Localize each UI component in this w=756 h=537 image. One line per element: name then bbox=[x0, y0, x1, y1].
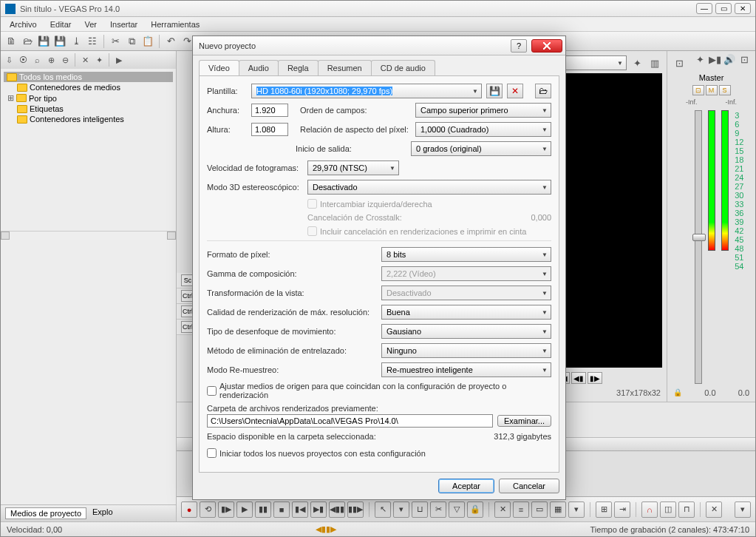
scroll-left[interactable] bbox=[1, 232, 10, 240]
match-media-icon[interactable]: 🗁 bbox=[535, 84, 551, 98]
copy-icon[interactable]: ⧉ bbox=[124, 34, 139, 49]
loop-button[interactable]: ⟲ bbox=[200, 501, 216, 518]
browse-button[interactable]: Examinar... bbox=[497, 415, 551, 427]
tool-quantize[interactable]: ◫ bbox=[660, 501, 676, 518]
record-button[interactable]: ● bbox=[181, 501, 197, 518]
remove-icon[interactable]: ⊖ bbox=[58, 53, 72, 67]
undo-icon[interactable]: ↶ bbox=[163, 34, 178, 49]
menu-file[interactable]: Archivo bbox=[4, 18, 43, 30]
next-frame-button[interactable]: ▮▮▶ bbox=[347, 501, 364, 518]
tool-snapobj[interactable]: ▭ bbox=[531, 501, 548, 518]
props-icon[interactable]: ☷ bbox=[85, 34, 100, 49]
props2-icon[interactable]: ✕ bbox=[78, 53, 92, 67]
prev-prev-icon[interactable]: ◀▮ bbox=[571, 372, 586, 384]
rotation-dropdown[interactable]: 0 grados (original)▼ bbox=[411, 141, 551, 156]
par-dropdown[interactable]: 1,0000 (Cuadrado)▼ bbox=[415, 122, 551, 137]
fx-icon[interactable]: ✦ bbox=[630, 55, 644, 70]
fx-icon[interactable]: ✦ bbox=[693, 53, 706, 66]
save-template-icon[interactable]: 💾 bbox=[486, 84, 503, 98]
field-order-dropdown[interactable]: Campo superior primero▼ bbox=[415, 103, 551, 118]
pixfmt-dropdown[interactable]: 8 bits▼ bbox=[381, 247, 551, 262]
tool-magnet2[interactable]: ∩ bbox=[641, 501, 658, 518]
tab-audio[interactable]: Audio bbox=[239, 60, 279, 75]
maximize-button[interactable]: ▭ bbox=[715, 3, 732, 14]
adjust-media-checkbox[interactable]: Ajustar medios de origen para que coinci… bbox=[207, 382, 551, 399]
deint-dropdown[interactable]: Ninguno▼ bbox=[381, 343, 551, 358]
prev-frame-button[interactable]: ◀▮▮ bbox=[329, 501, 345, 518]
folder-input[interactable] bbox=[207, 414, 493, 428]
delete-template-icon[interactable]: ✕ bbox=[507, 84, 523, 98]
resample-dropdown[interactable]: Re-muestreo inteligente▼ bbox=[381, 362, 551, 377]
tool-autoripple[interactable]: ≡ bbox=[513, 501, 529, 518]
menu-edit[interactable]: Editar bbox=[44, 18, 78, 30]
mixer-solo-button[interactable]: S bbox=[719, 85, 731, 95]
mixer-view-icon[interactable]: ⊡ bbox=[672, 55, 687, 70]
tool-arrow-dd[interactable]: ▾ bbox=[393, 501, 409, 518]
pause-button[interactable]: ▮▮ bbox=[255, 501, 271, 518]
cancel-button[interactable]: Cancelar bbox=[499, 479, 559, 493]
fader-handle[interactable] bbox=[692, 234, 706, 241]
scroll-right[interactable] bbox=[167, 232, 176, 240]
scan-icon[interactable]: ⌕ bbox=[30, 53, 44, 67]
close-app-button[interactable]: ✕ bbox=[735, 3, 751, 14]
menu-insert[interactable]: Insertar bbox=[104, 18, 143, 30]
tab-ruler[interactable]: Regla bbox=[278, 60, 319, 75]
play-icon[interactable]: ▶ bbox=[112, 53, 126, 67]
menu-view[interactable]: Ver bbox=[78, 18, 103, 30]
tab-project-media[interactable]: Medios de proyecto bbox=[5, 507, 86, 519]
paste-icon[interactable]: 📋 bbox=[140, 34, 155, 49]
open-icon[interactable]: 🗁 bbox=[20, 34, 35, 49]
play-button[interactable]: ▶ bbox=[236, 501, 253, 518]
tool-ripple[interactable]: ⇥ bbox=[614, 501, 630, 518]
fx-icon[interactable]: ✦ bbox=[92, 53, 106, 67]
tool-lock[interactable]: 🔒 bbox=[467, 501, 483, 518]
minimize-button[interactable]: — bbox=[696, 3, 712, 14]
tool-split[interactable]: ✂ bbox=[430, 501, 446, 518]
tool-autoxfade[interactable]: ✕ bbox=[494, 501, 511, 518]
render-icon[interactable]: ⤓ bbox=[69, 34, 84, 49]
playfrom-icon[interactable]: ▶▮ bbox=[708, 53, 721, 66]
import-icon[interactable]: ⇩ bbox=[2, 53, 16, 67]
tool-magnet[interactable]: ⊔ bbox=[412, 501, 428, 518]
mixer-mute-button[interactable]: M bbox=[706, 85, 718, 95]
split-icon[interactable]: ▥ bbox=[647, 55, 662, 70]
tool-group[interactable]: ⊞ bbox=[596, 501, 612, 518]
tool-snapgrid[interactable]: ▦ bbox=[550, 501, 566, 518]
tab-video[interactable]: Vídeo bbox=[199, 60, 239, 75]
blur-dropdown[interactable]: Gausiano▼ bbox=[381, 324, 551, 339]
save-icon[interactable]: 💾 bbox=[36, 34, 51, 49]
tool-zoom-dd[interactable]: ▾ bbox=[735, 501, 751, 518]
width-input[interactable] bbox=[251, 104, 288, 117]
expand-icon[interactable]: ⊞ bbox=[7, 93, 14, 103]
stop-button[interactable]: ■ bbox=[273, 501, 290, 518]
tree-item[interactable]: Contenedores inteligentes bbox=[4, 114, 173, 124]
help-button[interactable]: ? bbox=[511, 39, 527, 53]
stereo3d-dropdown[interactable]: Desactivado▼ bbox=[307, 180, 551, 195]
tab-summary[interactable]: Resumen bbox=[318, 60, 372, 75]
saveas-icon[interactable]: 💾 bbox=[52, 34, 67, 49]
tab-audiocd[interactable]: CD de audio bbox=[371, 60, 435, 75]
new-icon[interactable]: 🗎 bbox=[4, 34, 18, 49]
ok-button[interactable]: Aceptar bbox=[438, 479, 494, 493]
cut-icon[interactable]: ✂ bbox=[108, 34, 123, 49]
lock-icon[interactable]: 🔒 bbox=[673, 388, 682, 397]
tab-explorer[interactable]: Explo bbox=[92, 507, 113, 519]
template-dropdown[interactable]: HD 1080-60i (1920x1080; 29,970 fps) ▼ bbox=[251, 84, 482, 98]
tool-snap[interactable]: ⊓ bbox=[678, 501, 695, 518]
tool-snapmark[interactable]: ▾ bbox=[568, 501, 585, 518]
dim-icon[interactable]: ⊡ bbox=[738, 53, 751, 66]
play-start-button[interactable]: ▮▶ bbox=[218, 501, 234, 518]
tool-normal[interactable]: ↖ bbox=[375, 501, 391, 518]
goto-end-button[interactable]: ▶▮ bbox=[310, 501, 327, 518]
tree-root[interactable]: Todos los medios bbox=[4, 72, 173, 82]
close-button[interactable] bbox=[531, 39, 562, 53]
start-all-checkbox[interactable]: Iniciar todos los nuevos proyectos con e… bbox=[207, 448, 426, 458]
tree-item[interactable]: Contenedores de medios bbox=[4, 82, 173, 92]
height-input[interactable] bbox=[251, 123, 288, 136]
scrub-icon[interactable]: ◀▮▮▶ bbox=[316, 524, 336, 534]
prev-next-icon[interactable]: ▮▶ bbox=[588, 372, 602, 384]
quality-dropdown[interactable]: Buena▼ bbox=[381, 305, 551, 320]
swap-lr-checkbox[interactable]: Intercambiar izquierda/derecha bbox=[307, 199, 432, 209]
webget-icon[interactable]: ⊕ bbox=[44, 53, 58, 67]
tool-x[interactable]: ✕ bbox=[706, 501, 722, 518]
